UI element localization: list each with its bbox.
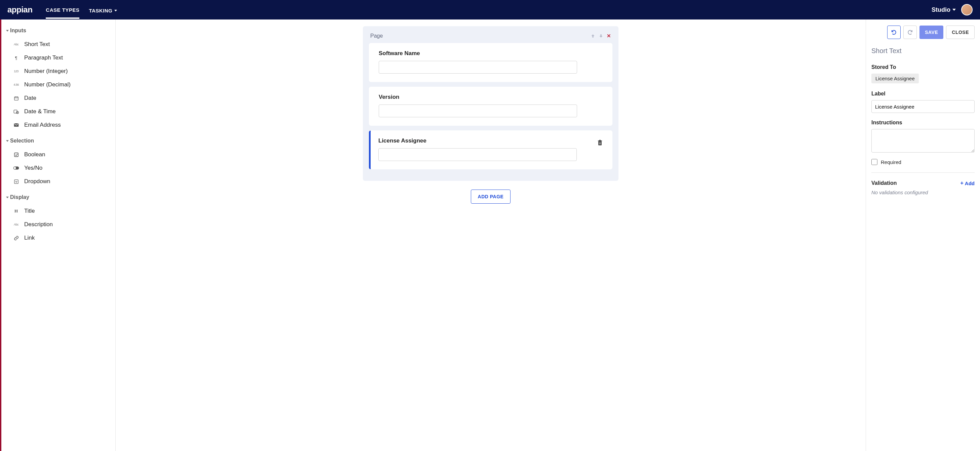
palette-yesno[interactable]: Yes/No xyxy=(3,161,112,175)
save-button[interactable]: SAVE xyxy=(920,25,943,39)
chevron-down-icon xyxy=(6,30,9,32)
field-label: Software Name xyxy=(379,50,603,57)
field-license-assignee[interactable]: License Assignee xyxy=(369,130,612,169)
palette-short-text[interactable]: Abc Short Text xyxy=(3,38,112,51)
palette-item-label: Date xyxy=(24,95,36,102)
form-canvas: Page ✕ Software Name xyxy=(116,19,865,451)
palette-boolean[interactable]: Boolean xyxy=(3,148,112,161)
palette-title[interactable]: H Title xyxy=(3,204,112,218)
label-label: Label xyxy=(871,91,975,97)
page-container[interactable]: Page ✕ Software Name xyxy=(363,26,619,181)
palette-item-label: Paragraph Text xyxy=(24,54,63,61)
required-checkbox[interactable] xyxy=(871,159,877,165)
validation-label: Validation xyxy=(871,180,897,186)
number-icon: 123 xyxy=(13,70,19,73)
section-display-items: H Title Abc Description Link xyxy=(3,202,112,249)
add-validation-button[interactable]: + Add xyxy=(960,180,975,186)
main-layout: Inputs Abc Short Text ¶ Paragraph Text 1… xyxy=(0,19,980,451)
field-label: License Assignee xyxy=(379,137,426,144)
field-input[interactable] xyxy=(379,148,577,161)
palette-item-label: Number (Integer) xyxy=(24,68,68,75)
link-icon xyxy=(13,236,19,241)
palette-datetime[interactable]: Date & Time xyxy=(3,105,112,118)
component-palette: Inputs Abc Short Text ¶ Paragraph Text 1… xyxy=(2,19,116,451)
chevron-down-icon xyxy=(953,9,956,11)
required-row[interactable]: Required xyxy=(871,159,975,173)
nav-tasking[interactable]: TASKING xyxy=(89,1,117,19)
close-button[interactable]: CLOSE xyxy=(946,25,975,39)
topbar-right: Studio xyxy=(932,4,973,16)
palette-item-label: Yes/No xyxy=(24,165,42,172)
panel-actions: SAVE CLOSE xyxy=(871,25,975,39)
svg-line-7 xyxy=(18,113,18,113)
field-input[interactable] xyxy=(379,105,577,117)
palette-dropdown[interactable]: Dropdown xyxy=(3,175,112,188)
stored-to-tag[interactable]: License Assignee xyxy=(871,74,919,83)
field-input[interactable] xyxy=(379,61,577,74)
calendar-icon xyxy=(13,96,19,101)
section-selection-items: Boolean Yes/No Dropdown xyxy=(3,146,112,192)
section-selection[interactable]: Selection xyxy=(3,136,112,146)
checkbox-icon xyxy=(13,152,19,157)
palette-link[interactable]: Link xyxy=(3,231,112,245)
add-page-row: ADD PAGE xyxy=(363,189,619,204)
svg-point-11 xyxy=(14,167,16,169)
svg-rect-15 xyxy=(599,140,601,140)
palette-item-label: Title xyxy=(24,208,35,214)
chevron-down-icon xyxy=(6,197,9,198)
plus-icon: + xyxy=(960,180,963,186)
svg-rect-0 xyxy=(14,97,18,100)
svg-rect-14 xyxy=(598,140,602,141)
delete-page-icon[interactable]: ✕ xyxy=(607,33,611,39)
palette-paragraph-text[interactable]: ¶ Paragraph Text xyxy=(3,51,112,65)
label-input[interactable] xyxy=(871,100,975,113)
palette-item-label: Description xyxy=(24,221,53,228)
section-inputs-items: Abc Short Text ¶ Paragraph Text 123 Numb… xyxy=(3,36,112,136)
dropdown-icon xyxy=(13,179,19,184)
section-inputs[interactable]: Inputs xyxy=(3,25,112,36)
palette-description[interactable]: Abc Description xyxy=(3,218,112,231)
paragraph-icon: ¶ xyxy=(13,56,19,60)
section-title: Selection xyxy=(10,138,34,144)
nav-case-types[interactable]: CASE TYPES xyxy=(46,1,80,19)
instructions-textarea[interactable] xyxy=(871,129,975,152)
palette-number-decimal[interactable]: 4.56 Number (Decimal) xyxy=(3,78,112,91)
move-up-icon xyxy=(590,33,595,38)
validation-header: Validation + Add xyxy=(871,180,975,186)
envelope-icon xyxy=(13,123,19,127)
palette-number-integer[interactable]: 123 Number (Integer) xyxy=(3,65,112,78)
datetime-icon xyxy=(13,109,19,114)
heading-icon: H xyxy=(13,208,19,214)
palette-item-label: Short Text xyxy=(24,41,50,48)
required-label: Required xyxy=(881,159,901,165)
page-title: Page xyxy=(370,33,383,39)
page-header: Page ✕ xyxy=(369,32,612,43)
section-title: Inputs xyxy=(10,27,26,33)
section-display[interactable]: Display xyxy=(3,192,112,202)
trash-icon[interactable] xyxy=(597,140,603,146)
field-version[interactable]: Version xyxy=(369,87,612,126)
workspace-switcher[interactable]: Studio xyxy=(932,6,956,13)
properties-panel: SAVE CLOSE Short Text Stored To License … xyxy=(865,19,980,451)
chevron-down-icon xyxy=(6,140,9,142)
palette-date[interactable]: Date xyxy=(3,91,112,105)
svg-rect-9 xyxy=(14,152,18,156)
stored-to-label: Stored To xyxy=(871,64,975,70)
chevron-down-icon xyxy=(115,10,117,11)
nav-tasking-label: TASKING xyxy=(89,8,112,13)
add-page-button[interactable]: ADD PAGE xyxy=(471,189,511,204)
decimal-icon: 4.56 xyxy=(13,83,19,86)
undo-button[interactable] xyxy=(887,25,900,39)
section-title: Display xyxy=(10,194,29,200)
move-down-icon xyxy=(599,33,603,38)
user-avatar[interactable] xyxy=(961,4,973,16)
appian-logo[interactable]: appian xyxy=(7,5,32,14)
field-software-name[interactable]: Software Name xyxy=(369,43,612,82)
redo-button xyxy=(903,25,917,39)
palette-item-label: Boolean xyxy=(24,151,45,158)
workspace-label: Studio xyxy=(932,6,950,13)
palette-item-label: Number (Decimal) xyxy=(24,81,71,88)
palette-item-label: Dropdown xyxy=(24,178,51,185)
topbar-left: appian CASE TYPES TASKING xyxy=(7,1,117,19)
palette-email[interactable]: Email Address xyxy=(3,118,112,132)
